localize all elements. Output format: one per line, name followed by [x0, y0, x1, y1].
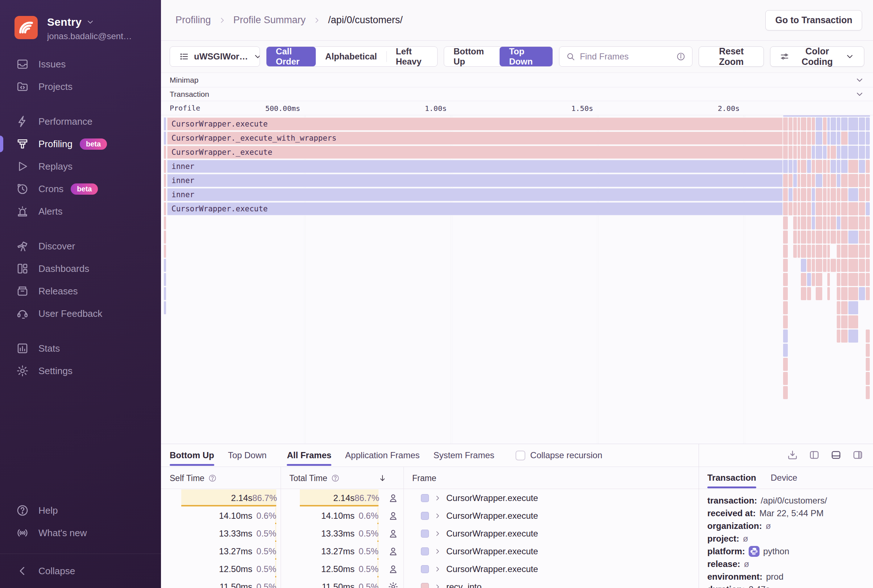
flame-frame-small[interactable]: [801, 188, 806, 201]
flame-frame-small[interactable]: [837, 273, 840, 286]
flame-frame-small[interactable]: [812, 245, 815, 258]
column-header-total-time[interactable]: Total Time: [289, 467, 340, 489]
flame-frame-small[interactable]: [841, 315, 848, 328]
direction-option-top-down[interactable]: Top Down: [500, 47, 552, 66]
flame-frame-small[interactable]: [801, 160, 806, 173]
flame-frame-small[interactable]: [831, 188, 836, 201]
flame-frame-small[interactable]: [783, 273, 788, 286]
flame-frame-small[interactable]: [827, 273, 830, 286]
flame-frame-small[interactable]: [807, 146, 811, 159]
flame-frame[interactable]: CursorWrapper.execute: [167, 202, 783, 215]
sidebar-item-crons[interactable]: Cronsbeta: [0, 178, 161, 200]
flame-frame-small[interactable]: [859, 202, 865, 215]
flame-frame-small[interactable]: [837, 259, 840, 272]
flame-frame-small[interactable]: [866, 202, 870, 215]
flame-frame-small[interactable]: [823, 231, 826, 244]
flame-frame-small[interactable]: [866, 386, 870, 399]
sidebar-item-releases[interactable]: Releases: [0, 280, 161, 302]
flame-frame-small[interactable]: [816, 146, 822, 159]
flame-frame-small[interactable]: [793, 245, 797, 258]
flame-frame-small[interactable]: [783, 344, 788, 357]
sort-direction-indicator[interactable]: [378, 467, 387, 489]
flame-frame-small[interactable]: [859, 132, 865, 145]
flame-frame-small[interactable]: [859, 287, 865, 300]
flame-frame-small[interactable]: [823, 146, 826, 159]
flame-frame-small[interactable]: [841, 202, 848, 215]
flame-frame-small[interactable]: [866, 174, 870, 187]
flame-frame-small[interactable]: [812, 160, 815, 173]
tab-system-frames[interactable]: System Frames: [434, 444, 495, 466]
flame-frame-small[interactable]: [798, 146, 800, 159]
flame-frame-small[interactable]: [831, 231, 836, 244]
sort-option-call-order[interactable]: Call Order: [267, 47, 316, 66]
flame-frame-small[interactable]: [866, 231, 870, 244]
flame-frame-small[interactable]: [848, 330, 858, 343]
flame-frame-small[interactable]: [841, 259, 848, 272]
flame-frame-small[interactable]: [783, 202, 788, 215]
flame-frame-small[interactable]: [866, 160, 870, 173]
chevron-right-icon[interactable]: [434, 583, 441, 588]
flame-frame-small[interactable]: [831, 202, 836, 215]
flame-frame-small[interactable]: [837, 231, 840, 244]
flame-frame-small[interactable]: [848, 315, 858, 328]
table-row[interactable]: 11.50ms0.5%11.50ms0.5%recv_into: [161, 578, 699, 588]
sidebar-item-performance[interactable]: Performance: [0, 110, 161, 133]
flame-frame-small[interactable]: [823, 117, 826, 130]
frame-cell[interactable]: CursorWrapper.execute: [421, 560, 538, 578]
flame-frame-small[interactable]: [793, 117, 797, 130]
flame-frame-small[interactable]: [801, 273, 806, 286]
details-tab-transaction[interactable]: Transaction: [707, 466, 756, 489]
sidebar-item-stats[interactable]: Stats: [0, 337, 161, 360]
flame-frame-small[interactable]: [859, 146, 865, 159]
flame-frame-small[interactable]: [837, 315, 840, 328]
flame-frame-small[interactable]: [783, 372, 788, 385]
sidebar-item-what-s-new[interactable]: What's new: [0, 522, 161, 544]
flame-frame-small[interactable]: [859, 160, 865, 173]
tab-all-frames[interactable]: All Frames: [287, 444, 332, 466]
flame-frame-small[interactable]: [812, 259, 815, 272]
table-row[interactable]: 14.10ms0.6%14.10ms0.6%CursorWrapper.exec…: [161, 507, 699, 525]
flame-frame-clipped[interactable]: [164, 273, 166, 286]
tab-application-frames[interactable]: Application Frames: [345, 444, 420, 466]
flame-frame-small[interactable]: [823, 259, 826, 272]
flame-frame-small[interactable]: [801, 245, 806, 258]
flame-frame-small[interactable]: [827, 146, 830, 159]
flame-frame-small[interactable]: [812, 146, 815, 159]
flame-frame-small[interactable]: [848, 273, 858, 286]
flame-frame-small[interactable]: [848, 216, 858, 230]
flame-frame-small[interactable]: [848, 188, 858, 201]
user-icon[interactable]: [387, 563, 399, 574]
table-row[interactable]: 12.50ms0.5%12.50ms0.5%CursorWrapper.exec…: [161, 560, 699, 578]
flame-frame-small[interactable]: [812, 117, 815, 130]
flame-frame-small[interactable]: [807, 174, 811, 187]
flame-frame-small[interactable]: [848, 146, 858, 159]
flame-frame-small[interactable]: [831, 174, 836, 187]
flame-frame-small[interactable]: [831, 117, 836, 130]
user-icon[interactable]: [387, 546, 399, 557]
flame-frame-small[interactable]: [798, 174, 800, 187]
flame-frame-small[interactable]: [827, 132, 830, 145]
flame-frame-small[interactable]: [848, 259, 858, 272]
flame-frame-small[interactable]: [837, 117, 840, 130]
flame-frame-small[interactable]: [807, 117, 811, 130]
flame-frame-small[interactable]: [783, 259, 788, 272]
flame-frame[interactable]: CursorWrapper._execute: [167, 146, 783, 159]
flame-frame-small[interactable]: [848, 245, 858, 258]
flame-frame-small[interactable]: [793, 216, 797, 230]
sidebar-item-projects[interactable]: Projects: [0, 75, 161, 98]
flame-frame-small[interactable]: [789, 117, 792, 130]
flame-frame-small[interactable]: [837, 216, 840, 230]
flame-frame-small[interactable]: [812, 174, 815, 187]
flame-frame-small[interactable]: [783, 330, 788, 343]
sidebar-item-profiling[interactable]: Profilingbeta: [0, 133, 161, 155]
flame-frame-small[interactable]: [831, 146, 836, 159]
flame-frame-small[interactable]: [848, 202, 858, 215]
flame-frame-small[interactable]: [801, 117, 806, 130]
flame-frame-small[interactable]: [837, 301, 840, 314]
flame-frame-small[interactable]: [801, 174, 806, 187]
flame-frame-clipped[interactable]: [164, 216, 166, 230]
flame-frame-small[interactable]: [841, 301, 848, 314]
tab-top-down[interactable]: Top Down: [228, 444, 267, 466]
flame-frame-small[interactable]: [841, 245, 848, 258]
column-header-frame[interactable]: Frame: [412, 467, 436, 489]
